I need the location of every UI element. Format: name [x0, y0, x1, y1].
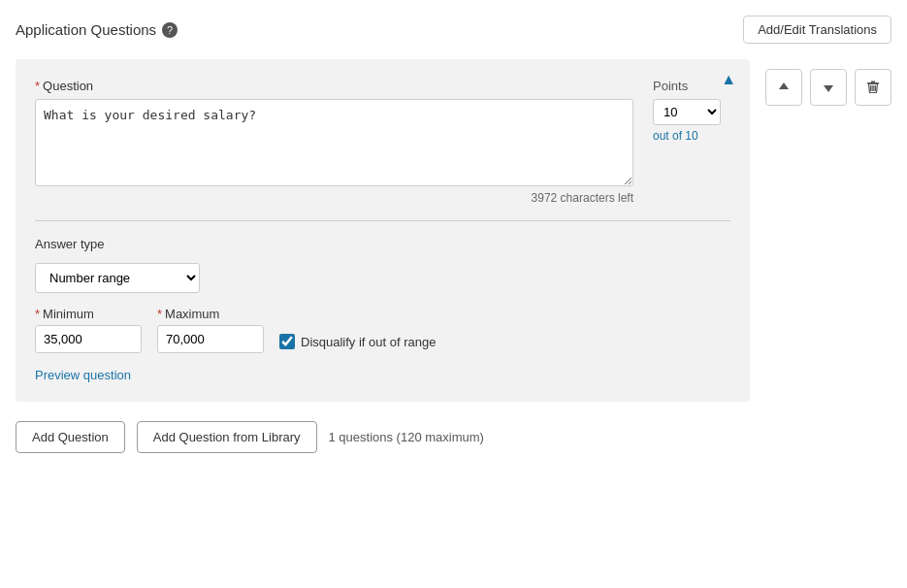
question-label: *Question: [35, 79, 633, 93]
min-max-row: *Minimum *Maximum Disqualify if out of r…: [35, 307, 730, 353]
minimum-input[interactable]: [35, 325, 142, 353]
page-title-row: Application Questions ?: [16, 21, 178, 38]
main-content: ▲ *Question What is your desired salary?…: [16, 59, 891, 402]
add-question-button[interactable]: Add Question: [16, 421, 125, 453]
move-up-button[interactable]: [765, 69, 802, 106]
disqualify-label: Disqualify if out of range: [301, 335, 436, 349]
page-header: Application Questions ? Add/Edit Transla…: [16, 16, 891, 44]
maximum-field: *Maximum: [157, 307, 264, 353]
svg-rect-2: [875, 85, 877, 91]
help-icon[interactable]: ?: [162, 22, 178, 38]
section-divider: [35, 220, 730, 221]
svg-rect-1: [872, 85, 874, 91]
add-question-from-library-button[interactable]: Add Question from Library: [137, 421, 317, 453]
maximum-label: *Maximum: [157, 307, 264, 321]
action-buttons: [765, 59, 891, 402]
delete-button[interactable]: [855, 69, 891, 106]
maximum-input[interactable]: [157, 325, 264, 353]
preview-question-link[interactable]: Preview question: [35, 368, 131, 382]
points-section: Points 10 20 30 out of 10: [653, 79, 730, 143]
question-points-row: *Question What is your desired salary? 3…: [35, 79, 730, 205]
question-textarea[interactable]: What is your desired salary?: [35, 99, 633, 186]
trash-icon: [865, 80, 881, 95]
points-select[interactable]: 10 20 30: [653, 99, 721, 125]
collapse-button[interactable]: ▲: [721, 71, 736, 88]
page-title: Application Questions: [16, 21, 156, 38]
disqualify-wrap: Disqualify if out of range: [279, 334, 436, 353]
minimum-label: *Minimum: [35, 307, 142, 321]
questions-count: 1 questions (120 maximum): [329, 430, 484, 444]
maximum-required-star: *: [157, 307, 162, 321]
svg-rect-0: [870, 85, 872, 91]
minimum-field: *Minimum: [35, 307, 142, 353]
out-of-label: out of 10: [653, 129, 730, 143]
answer-type-select[interactable]: Number range Text Yes/No Date: [35, 263, 200, 293]
minimum-required-star: *: [35, 307, 40, 321]
answer-type-section: Answer type Number range Text Yes/No Dat…: [35, 237, 730, 293]
move-down-button[interactable]: [810, 69, 847, 106]
bottom-bar: Add Question Add Question from Library 1…: [16, 421, 891, 453]
arrow-up-icon: [776, 80, 792, 95]
required-star: *: [35, 79, 40, 93]
translate-button[interactable]: Add/Edit Translations: [743, 16, 891, 44]
arrow-down-icon: [821, 80, 836, 95]
answer-type-label: Answer type: [35, 237, 730, 251]
char-count: 3972 characters left: [35, 191, 633, 205]
disqualify-checkbox[interactable]: [279, 334, 295, 349]
points-label: Points: [653, 79, 730, 93]
question-card: ▲ *Question What is your desired salary?…: [16, 59, 750, 402]
question-textarea-wrap: *Question What is your desired salary? 3…: [35, 79, 633, 205]
